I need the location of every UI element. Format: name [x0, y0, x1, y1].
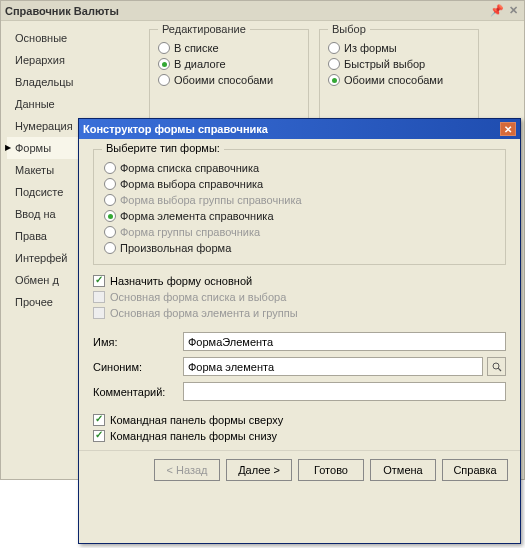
checkbox-main-list: Основная форма списка и выбора — [93, 289, 506, 305]
form-type-label: Форма выбора группы справочника — [120, 194, 302, 206]
radio-icon — [104, 194, 116, 206]
edit-option-1[interactable]: В диалоге — [158, 56, 300, 72]
form-constructor-dialog: Конструктор формы справочника ✕ Выберите… — [78, 118, 521, 544]
radio-icon — [104, 178, 116, 190]
dialog-title: Конструктор формы справочника — [83, 123, 500, 135]
comment-label: Комментарий: — [93, 386, 179, 398]
back-button[interactable]: < Назад — [154, 459, 220, 481]
form-type-option-4: Форма группы справочника — [104, 224, 495, 240]
form-type-option-3[interactable]: Форма элемента справочника — [104, 208, 495, 224]
form-type-label: Форма элемента справочника — [120, 210, 274, 222]
radio-icon — [104, 242, 116, 254]
edit-option-0[interactable]: В списке — [158, 40, 300, 56]
select-label: Обоими способами — [344, 74, 443, 86]
checkbox-cmd-top-label: Командная панель формы сверху — [110, 414, 283, 426]
group-select-legend: Выбор — [328, 23, 370, 35]
checkbox-cmd-bottom-label: Командная панель формы снизу — [110, 430, 277, 442]
select-option-2[interactable]: Обоими способами — [328, 72, 470, 88]
checkbox-main-elem-group: Основная форма элемента и группы — [93, 305, 506, 321]
synonym-field[interactable] — [183, 357, 483, 376]
edit-option-2[interactable]: Обоими способами — [158, 72, 300, 88]
dialog-titlebar: Конструктор формы справочника ✕ — [79, 119, 520, 139]
synonym-lookup-icon[interactable] — [487, 357, 506, 376]
help-button[interactable]: Справка — [442, 459, 508, 481]
form-type-option-1[interactable]: Форма выбора справочника — [104, 176, 495, 192]
form-type-label: Форма группы справочника — [120, 226, 260, 238]
checkbox-cmd-top[interactable]: Командная панель формы сверху — [93, 412, 506, 428]
form-type-label: Произвольная форма — [120, 242, 231, 254]
form-type-option-5[interactable]: Произвольная форма — [104, 240, 495, 256]
form-type-label: Форма списка справочника — [120, 162, 259, 174]
select-label: Быстрый выбор — [344, 58, 425, 70]
pin-icon[interactable]: 📌 — [490, 4, 504, 18]
name-field[interactable] — [183, 332, 506, 351]
next-button[interactable]: Далее > — [226, 459, 292, 481]
radio-icon — [104, 226, 116, 238]
edit-label: Обоими способами — [174, 74, 273, 86]
dialog-close-icon[interactable]: ✕ — [500, 122, 516, 136]
radio-icon — [328, 42, 340, 54]
form-type-label: Форма выбора справочника — [120, 178, 263, 190]
comment-field[interactable] — [183, 382, 506, 401]
svg-point-0 — [493, 363, 499, 369]
svg-line-1 — [498, 368, 501, 371]
radio-icon — [104, 162, 116, 174]
checkbox-icon — [93, 291, 105, 303]
radio-icon — [328, 58, 340, 70]
dialog-button-row: < Назад Далее > Готово Отмена Справка — [79, 450, 520, 491]
checkbox-icon — [93, 414, 105, 426]
checkbox-main-form[interactable]: Назначить форму основной — [93, 273, 506, 289]
checkbox-main-elem-group-label: Основная форма элемента и группы — [110, 307, 298, 319]
bg-tab-1[interactable]: Иерархия — [7, 49, 141, 71]
bg-tab-0[interactable]: Основные — [7, 27, 141, 49]
finish-button[interactable]: Готово — [298, 459, 364, 481]
synonym-label: Синоним: — [93, 361, 179, 373]
edit-label: В списке — [174, 42, 219, 54]
checkbox-icon — [93, 307, 105, 319]
form-type-option-0[interactable]: Форма списка справочника — [104, 160, 495, 176]
bg-window-title: Справочник Валюты — [5, 5, 488, 17]
radio-icon — [158, 74, 170, 86]
bg-titlebar: Справочник Валюты 📌 ✕ — [1, 1, 524, 21]
checkbox-main-form-label: Назначить форму основной — [110, 275, 252, 287]
select-option-0[interactable]: Из формы — [328, 40, 470, 56]
close-icon[interactable]: ✕ — [506, 4, 520, 18]
form-type-group: Выберите тип формы: Форма списка справоч… — [93, 149, 506, 265]
cancel-button[interactable]: Отмена — [370, 459, 436, 481]
radio-icon — [158, 42, 170, 54]
select-option-1[interactable]: Быстрый выбор — [328, 56, 470, 72]
radio-icon — [328, 74, 340, 86]
checkbox-main-list-label: Основная форма списка и выбора — [110, 291, 286, 303]
form-type-option-2: Форма выбора группы справочника — [104, 192, 495, 208]
group-edit-legend: Редактирование — [158, 23, 250, 35]
checkbox-cmd-bottom[interactable]: Командная панель формы снизу — [93, 428, 506, 444]
checkbox-icon — [93, 275, 105, 287]
bg-tab-3[interactable]: Данные — [7, 93, 141, 115]
name-label: Имя: — [93, 336, 179, 348]
form-type-legend: Выберите тип формы: — [102, 142, 224, 154]
radio-icon — [104, 210, 116, 222]
bg-tab-2[interactable]: Владельцы — [7, 71, 141, 93]
checkbox-icon — [93, 430, 105, 442]
edit-label: В диалоге — [174, 58, 226, 70]
select-label: Из формы — [344, 42, 397, 54]
radio-icon — [158, 58, 170, 70]
